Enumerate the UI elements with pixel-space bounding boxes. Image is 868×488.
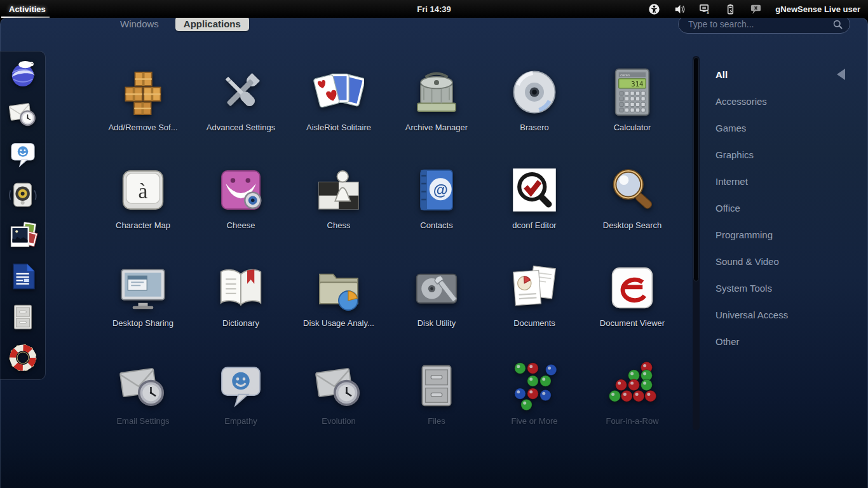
tab-applications[interactable]: Applications [175, 17, 249, 31]
app-archive-manager[interactable]: Archive Manager [388, 62, 485, 159]
app-contacts[interactable]: @Contacts [388, 159, 485, 257]
category-universal-access[interactable]: Universal Access [710, 301, 867, 328]
display-icon[interactable]: x [699, 3, 711, 15]
app-add-remove-software[interactable]: Add/Remove Sof... [94, 62, 192, 159]
app-chess[interactable]: Chess [290, 159, 388, 257]
category-filter-list: AllAccessoriesGamesGraphicsInternetOffic… [710, 61, 867, 355]
app-label: dconf Editor [512, 220, 556, 230]
app-dconf-editor[interactable]: dconf Editor [485, 159, 583, 257]
application-grid: Add/Remove Sof...Advanced SettingsAisleR… [94, 62, 681, 453]
dash-item-photos[interactable] [8, 220, 38, 251]
app-advanced-settings[interactable]: Advanced Settings [192, 62, 290, 159]
svg-text:cacao: cacao [620, 73, 630, 77]
calculator-icon: cacao314 [607, 67, 658, 118]
username: gNewSense Live user [775, 4, 860, 14]
svg-text:@: @ [433, 181, 448, 198]
app-four-in-a-row[interactable]: Four-in-a-Row [583, 355, 681, 453]
category-programming[interactable]: Programming [710, 221, 867, 248]
app-label: Email Settings [116, 416, 169, 426]
libreoffice-writer-icon [8, 283, 38, 294]
dash-item-web-browser[interactable] [8, 58, 38, 88]
desktop-search-icon [607, 165, 658, 215]
app-document-viewer[interactable]: Document Viewer [583, 257, 681, 355]
app-email-settings[interactable]: Email Settings [94, 355, 192, 453]
empathy-icon [8, 161, 38, 172]
category-graphics[interactable]: Graphics [710, 141, 867, 168]
category-label: All [715, 69, 728, 80]
category-label: Sound & Video [715, 256, 779, 267]
accessibility-icon[interactable] [648, 3, 660, 15]
app-disk-usage-analyzer[interactable]: Disk Usage Analy... [290, 257, 388, 355]
category-label: Games [715, 123, 746, 133]
activities-button[interactable]: Activities [0, 0, 55, 18]
dash-item-evolution[interactable] [8, 98, 38, 129]
app-label: Files [428, 416, 445, 426]
rhythmbox-icon [8, 201, 38, 212]
app-desktop-search[interactable]: Desktop Search [583, 159, 681, 257]
app-brasero[interactable]: Brasero [485, 62, 583, 159]
app-aisleriot-solitaire[interactable]: AisleRiot Solitaire [290, 62, 388, 159]
dconf-editor-icon [509, 165, 560, 215]
category-office[interactable]: Office [710, 194, 867, 221]
tab-windows[interactable]: Windows [112, 17, 167, 31]
evolution-icon [313, 360, 364, 411]
app-disk-utility[interactable]: Disk Utility [388, 257, 485, 355]
app-label: Character Map [116, 220, 170, 230]
app-label: AisleRiot Solitaire [306, 123, 371, 132]
app-empathy[interactable]: Empathy [192, 355, 290, 453]
category-all[interactable]: All [710, 61, 867, 88]
app-label: Brasero [520, 123, 549, 132]
clock-button[interactable]: Fri 14:39 [417, 4, 451, 14]
app-character-map[interactable]: àCharacter Map [94, 159, 192, 257]
status-area: x gNewSense Live user [648, 3, 868, 15]
category-other[interactable]: Other [710, 328, 867, 355]
contacts-icon: @ [411, 165, 462, 215]
app-five-or-more[interactable]: Five or More [485, 355, 583, 453]
four-in-a-row-icon [607, 360, 658, 411]
volume-icon[interactable] [674, 3, 686, 15]
app-label: Dictionary [222, 318, 259, 328]
category-label: Universal Access [715, 309, 788, 320]
documents-icon [509, 262, 560, 313]
category-accessories[interactable]: Accessories [710, 88, 867, 114]
category-system-tools[interactable]: System Tools [710, 274, 867, 301]
top-panel: Activities Fri 14:39 x gNewSense Live us… [0, 0, 868, 18]
user-menu[interactable]: gNewSense Live user [775, 4, 860, 14]
category-sound-video[interactable]: Sound & Video [710, 248, 867, 274]
dash-item-files[interactable] [8, 302, 38, 332]
category-label: System Tools [715, 283, 772, 294]
app-dictionary[interactable]: Dictionary [192, 257, 290, 355]
empathy-icon [215, 360, 266, 411]
app-label: Add/Remove Sof... [108, 123, 177, 132]
dash-item-help[interactable] [8, 342, 38, 373]
battery-icon[interactable] [724, 3, 736, 15]
selected-category-arrow-icon [837, 69, 845, 80]
app-documents[interactable]: Documents [485, 257, 583, 355]
dash-item-libreoffice-writer[interactable] [8, 261, 38, 292]
app-label: Disk Utility [417, 318, 456, 328]
app-cheese[interactable]: Cheese [192, 159, 290, 257]
app-label: Document Viewer [600, 318, 665, 328]
im-status-icon[interactable] [750, 3, 762, 15]
dash-item-rhythmbox[interactable] [8, 180, 38, 210]
grid-scrollbar[interactable] [693, 56, 700, 430]
web-browser-icon [8, 79, 38, 90]
category-games[interactable]: Games [710, 114, 867, 141]
category-label: Other [715, 336, 740, 347]
app-label: Chess [327, 220, 351, 230]
category-internet[interactable]: Internet [710, 168, 867, 194]
search-input[interactable] [688, 19, 832, 29]
app-evolution[interactable]: Evolution [290, 355, 388, 453]
app-desktop-sharing[interactable]: Desktop Sharing [94, 257, 192, 355]
files-icon [411, 360, 462, 411]
category-label: Graphics [715, 149, 754, 160]
files-icon [8, 323, 38, 334]
app-label: Advanced Settings [207, 123, 275, 132]
dash-item-empathy[interactable] [8, 139, 38, 170]
chess-icon [313, 165, 364, 215]
document-viewer-icon [607, 262, 658, 313]
app-calculator[interactable]: cacao314Calculator [583, 62, 681, 159]
app-files[interactable]: Files [388, 355, 485, 453]
category-label: Accessories [715, 96, 767, 107]
grid-scrollbar-thumb[interactable] [693, 57, 699, 281]
